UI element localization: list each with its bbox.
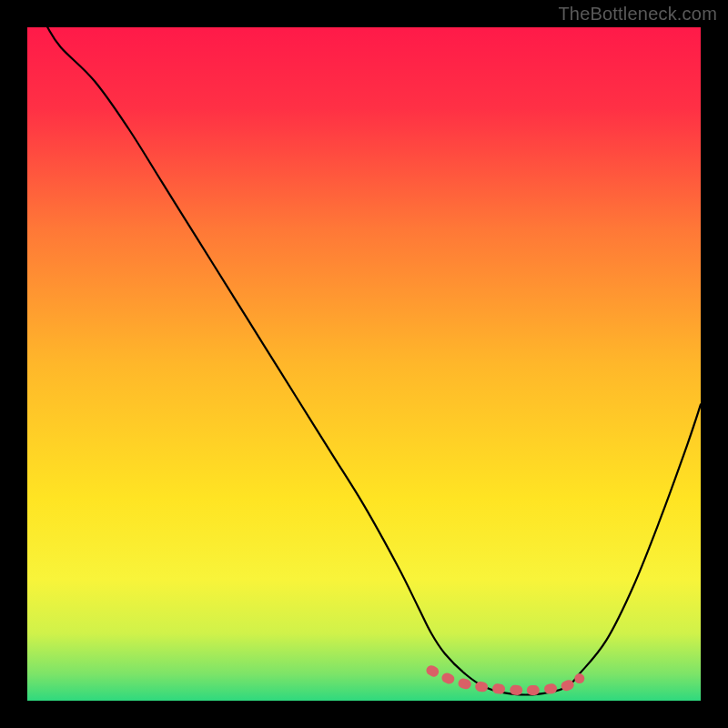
- optimal-zone-end-dot: [574, 673, 584, 683]
- watermark-text: TheBottleneck.com: [558, 4, 717, 25]
- chart-plot-area: [27, 27, 701, 701]
- chart-frame: TheBottleneck.com: [0, 0, 728, 728]
- chart-svg: [27, 27, 701, 701]
